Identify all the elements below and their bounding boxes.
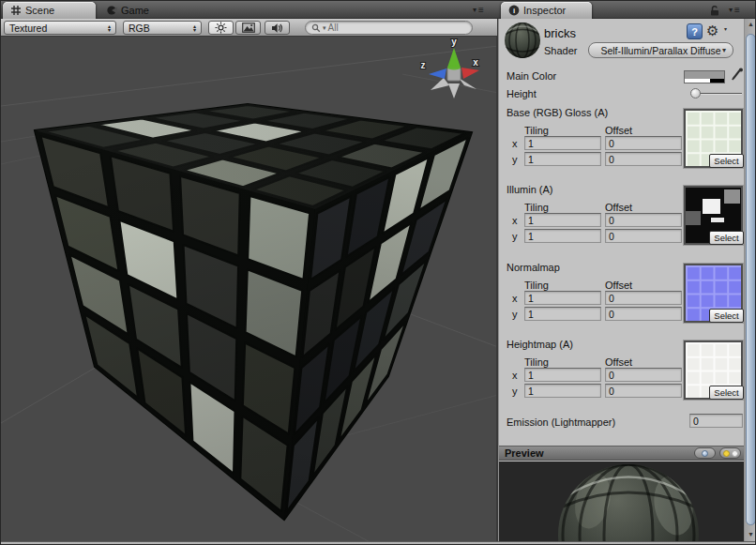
scene-panel-menu[interactable]: ▾≡ — [473, 3, 485, 16]
tiling-header: Tiling — [524, 280, 549, 291]
scene-grid-icon — [10, 5, 22, 16]
axis-label-y: y — [512, 154, 518, 165]
tiling-x-field[interactable]: 1 — [524, 368, 601, 382]
select-texture-button[interactable]: Select — [709, 386, 744, 400]
offset-x-field[interactable]: 0 — [605, 136, 682, 150]
sphere-icon — [702, 450, 708, 457]
scene-lighting-toggle[interactable] — [208, 21, 234, 35]
preview-header[interactable]: Preview — [499, 446, 745, 461]
gizmo-neutral-axis[interactable] — [448, 83, 460, 98]
scroll-up-icon[interactable]: ▲ — [745, 21, 756, 27]
axis-label-y: y — [512, 386, 518, 397]
scene-search-input[interactable]: ▾ All — [305, 21, 473, 35]
offset-x-field[interactable]: 0 — [605, 291, 682, 305]
preview-model-button[interactable] — [694, 447, 716, 459]
scene-viewport[interactable]: yxz — [1, 37, 498, 541]
inspector-scrollbar[interactable]: ▲ ▼ — [744, 19, 756, 541]
tiling-y-field[interactable]: 1 — [524, 307, 601, 321]
gizmo-neutral-axis[interactable] — [459, 78, 476, 89]
tiling-header: Tiling — [524, 356, 549, 368]
texture-map-section: Illumin (A) Tiling Offset x y 1 0 1 0 Se… — [499, 182, 745, 255]
tiling-header: Tiling — [524, 125, 549, 136]
light-on-icon — [723, 450, 730, 457]
shader-dropdown[interactable]: Self-Illumin/Parallax Diffuse ▾ — [588, 42, 733, 58]
scrollbar-thumb[interactable] — [746, 34, 756, 525]
tab-strip: Scene Game ▾≡ i Inspector ▾≡ — [1, 1, 756, 19]
offset-x-field[interactable]: 0 — [605, 368, 682, 382]
tab-scene[interactable]: Scene — [3, 2, 96, 19]
tiling-x-field[interactable]: 1 — [524, 136, 601, 150]
tab-game[interactable]: Game — [98, 2, 192, 19]
offset-x-field[interactable]: 0 — [605, 213, 682, 227]
offset-header: Offset — [605, 202, 632, 213]
texture-cell — [724, 189, 740, 204]
gizmo-z-axis[interactable] — [429, 68, 446, 79]
tiling-y-field[interactable]: 1 — [524, 229, 601, 243]
draw-mode-dropdown[interactable]: Textured ▴▾ — [4, 21, 116, 35]
axis-label-x: x — [512, 370, 518, 381]
render-channel-dropdown[interactable]: RGB ▴▾ — [123, 21, 202, 35]
chevron-down-icon: ▾ — [729, 6, 733, 14]
texture-cell — [703, 199, 720, 215]
emission-field[interactable]: 0 — [689, 414, 743, 428]
select-texture-button[interactable]: Select — [709, 309, 744, 323]
select-texture-button[interactable]: Select — [709, 231, 744, 245]
axis-label-x: x — [512, 293, 518, 304]
offset-header: Offset — [605, 356, 632, 368]
offset-y-field[interactable]: 0 — [605, 384, 682, 398]
light-off-icon — [732, 450, 738, 457]
select-texture-button[interactable]: Select — [709, 154, 744, 168]
tiling-x-field[interactable]: 1 — [524, 213, 601, 227]
scene-grid-line — [1, 46, 498, 106]
gizmo-neutral-axis[interactable] — [431, 78, 449, 90]
offset-y-field[interactable]: 0 — [605, 307, 682, 321]
preview-sphere — [499, 462, 745, 541]
tiling-y-field[interactable]: 1 — [524, 152, 601, 166]
gizmo-axis-label: y — [451, 37, 457, 47]
material-preview-sphere — [503, 21, 542, 62]
eyedropper-icon[interactable] — [730, 68, 744, 85]
preview-area[interactable] — [499, 462, 745, 541]
offset-y-field[interactable]: 0 — [605, 229, 682, 243]
stepper-arrows-icon: ▴▾ — [193, 24, 196, 32]
tab-inspector[interactable]: i Inspector — [501, 2, 592, 19]
height-slider-thumb[interactable] — [690, 88, 701, 98]
tiling-header: Tiling — [524, 202, 549, 213]
speaker-icon — [271, 23, 283, 34]
hamburger-icon: ≡ — [734, 5, 741, 15]
tiling-x-field[interactable]: 1 — [524, 291, 601, 305]
offset-header: Offset — [605, 280, 632, 291]
scene-skybox-toggle[interactable] — [235, 21, 261, 35]
tab-inspector-label: Inspector — [523, 5, 566, 16]
scene-audio-toggle[interactable] — [265, 21, 290, 35]
map-label: Base (RGB) Gloss (A) — [507, 107, 608, 118]
draw-mode-value: Textured — [9, 23, 47, 34]
chevron-down-icon: ▾ — [722, 46, 726, 54]
inspector-panel-menu[interactable]: ▾≡ — [729, 3, 741, 16]
scroll-down-icon[interactable]: ▼ — [745, 531, 756, 537]
gizmo-x-axis[interactable] — [461, 68, 479, 79]
offset-y-field[interactable]: 0 — [605, 152, 682, 166]
map-label: Normalmap — [507, 262, 560, 273]
search-value: All — [328, 23, 339, 33]
cube-object[interactable] — [35, 104, 472, 520]
tiling-y-field[interactable]: 1 — [524, 384, 601, 398]
orientation-gizmo[interactable]: yxz — [421, 37, 480, 98]
gizmo-axis-label: z — [421, 60, 426, 70]
preview-title: Preview — [505, 447, 544, 459]
preview-lighting-button[interactable] — [719, 447, 741, 459]
gear-icon[interactable]: ⚙▾ — [706, 22, 725, 39]
texture-cell — [686, 211, 701, 225]
texture-map-section: Normalmap Tiling Offset x y 1 0 1 0 Sele… — [499, 260, 745, 333]
main-color-swatch[interactable] — [684, 70, 725, 83]
help-icon[interactable]: ? — [687, 23, 703, 39]
unity-editor-window: Scene Game ▾≡ i Inspector ▾≡ — [0, 0, 756, 545]
sun-icon — [215, 22, 227, 34]
image-icon — [242, 23, 255, 33]
height-label: Height — [507, 88, 537, 99]
tab-scene-label: Scene — [25, 5, 54, 16]
window-bottom-edge — [1, 541, 756, 545]
axis-label-x: x — [512, 138, 518, 149]
map-label: Illumin (A) — [507, 184, 553, 195]
hamburger-icon: ≡ — [478, 5, 485, 15]
